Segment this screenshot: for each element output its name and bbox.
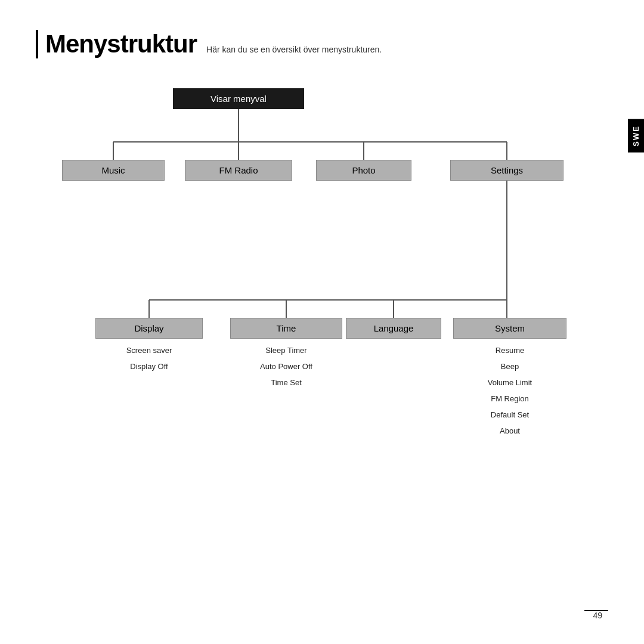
bottom-rule <box>584 610 608 611</box>
level1-settings: Settings <box>450 160 564 181</box>
display-subitems: Screen saver Display Off <box>95 341 203 371</box>
system-subitem-1: Beep <box>501 362 519 371</box>
time-subitem-0: Sleep Timer <box>265 346 306 355</box>
swe-tab: SWE <box>628 119 644 153</box>
settings-label: Settings <box>450 160 564 181</box>
system-label: System <box>453 318 566 339</box>
system-subitem-2: Volume Limit <box>488 378 532 387</box>
root-node: Visar menyval <box>173 88 304 109</box>
tree-svg <box>54 82 590 547</box>
time-subitem-1: Auto Power Off <box>260 362 312 371</box>
level2-time: Time Sleep Timer Auto Power Off Time Set <box>230 318 342 387</box>
page-header: Menystruktur Här kan du se en översikt ö… <box>36 30 608 58</box>
level1-photo: Photo <box>316 160 411 181</box>
display-subitem-0: Screen saver <box>126 346 172 355</box>
photo-label: Photo <box>316 160 411 181</box>
time-label: Time <box>230 318 342 339</box>
page-number: 49 <box>593 611 602 620</box>
music-label: Music <box>62 160 165 181</box>
tree-diagram: Visar menyval Music FM Radio Photo Setti… <box>54 82 590 547</box>
page-title: Menystruktur <box>45 30 197 58</box>
level2-system: System Resume Beep Volume Limit FM Regio… <box>453 318 566 435</box>
system-subitems: Resume Beep Volume Limit FM Region Defau… <box>453 341 566 435</box>
language-label: Language <box>346 318 441 339</box>
level1-fmradio: FM Radio <box>185 160 292 181</box>
time-subitems: Sleep Timer Auto Power Off Time Set <box>230 341 342 387</box>
root-label: Visar menyval <box>173 88 304 109</box>
level2-language: Language <box>346 318 441 339</box>
display-label: Display <box>95 318 203 339</box>
level1-music: Music <box>62 160 165 181</box>
level2-display: Display Screen saver Display Off <box>95 318 203 371</box>
system-subitem-4: Default Set <box>491 410 529 419</box>
system-subitem-5: About <box>500 426 520 435</box>
time-subitem-2: Time Set <box>271 378 302 387</box>
display-subitem-1: Display Off <box>130 362 168 371</box>
page-subtitle: Här kan du se en översikt över menystruk… <box>206 45 382 54</box>
system-subitem-0: Resume <box>496 346 524 355</box>
fmradio-label: FM Radio <box>185 160 292 181</box>
system-subitem-3: FM Region <box>491 394 529 403</box>
